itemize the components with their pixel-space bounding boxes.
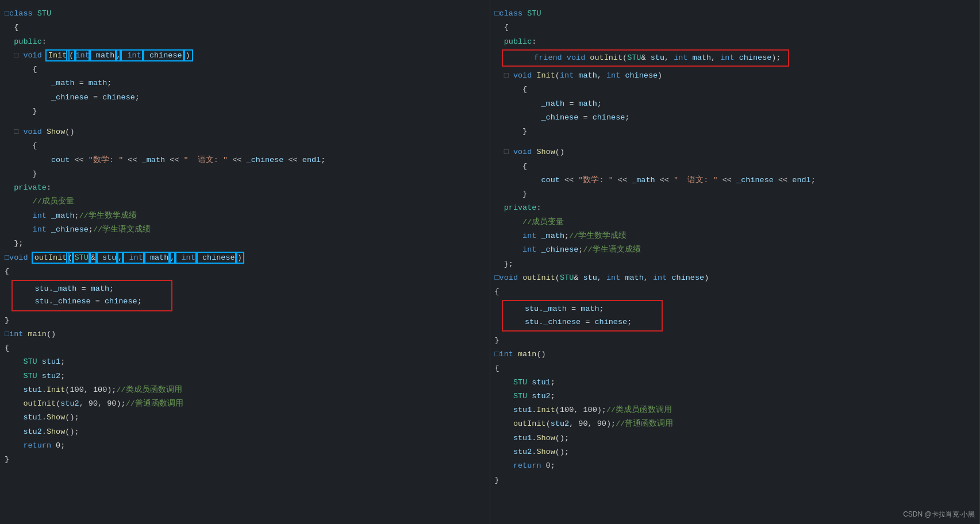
line-29: stu1.Show();: [0, 411, 490, 425]
left-code-area: □class STU { public: □ void Init(int mat…: [0, 5, 490, 469]
left-panel: □class STU { public: □ void Init(int mat…: [0, 0, 490, 524]
line-11: cout << "数学: " << _math << " 语文: " << _c…: [0, 153, 490, 167]
line-23: □int main(): [0, 328, 490, 341]
line-20: stu._math = math;: [16, 283, 168, 295]
line-15: int _math;//学生数学成绩: [0, 209, 490, 223]
line-4: □ void Init(int math, int chinese): [0, 49, 490, 63]
line-3: public:: [0, 35, 490, 49]
r-line-27: STU stu2;: [490, 390, 980, 403]
r-line-18: };: [490, 257, 980, 271]
r-line-26: STU stu1;: [490, 376, 980, 390]
r-line-13: }: [490, 187, 980, 201]
watermark-text: CSDN @卡拉肖克·小黑: [903, 510, 975, 519]
r-line-4: friend void outInit(STU& stu, int math, …: [506, 52, 785, 64]
line-28: outInit(stu2, 90, 90);//普通函数调用: [0, 397, 490, 411]
red-box-right-bottom: stu._math = math; stu._chinese = chinese…: [502, 300, 663, 332]
line-12: }: [0, 167, 490, 181]
line-6: _math = math;: [0, 76, 490, 90]
line-13: private:: [0, 181, 490, 195]
line-27: stu1.Init(100, 100);//类成员函数调用: [0, 383, 490, 397]
r-line-33: }: [490, 473, 980, 487]
line-26: STU stu2;: [0, 369, 490, 383]
line-5: {: [0, 63, 490, 76]
line-9: □ void Show(): [0, 125, 490, 139]
r-line-11: {: [490, 160, 980, 174]
line-21: stu._chinese = chinese;: [16, 295, 168, 308]
r-line-14: private:: [490, 201, 980, 215]
red-box-right-top: friend void outInit(STU& stu, int math, …: [502, 49, 789, 67]
r-line-3: public:: [490, 35, 980, 49]
r-line-32: return 0;: [490, 459, 980, 473]
right-code-area: □class STU { public: friend void outInit…: [490, 5, 980, 490]
r-line-16: int _math;//学生数学成绩: [490, 229, 980, 243]
line-25: STU stu1;: [0, 355, 490, 369]
r-line-20: {: [490, 285, 980, 299]
line-30: stu2.Show();: [0, 425, 490, 439]
r-line-6: {: [490, 83, 980, 97]
line-22: }: [0, 314, 490, 328]
r-line-23: }: [490, 334, 980, 348]
right-panel: □class STU { public: friend void outInit…: [490, 0, 981, 524]
line-17: };: [0, 237, 490, 251]
line-24: {: [0, 341, 490, 355]
line-8: }: [0, 105, 490, 118]
line-2: {: [0, 21, 490, 34]
r-line-2: {: [490, 21, 980, 34]
line-32: }: [0, 453, 490, 467]
r-line-21: stu._math = math;: [506, 303, 658, 315]
line-31: return 0;: [0, 439, 490, 453]
r-line-7: _math = math;: [490, 97, 980, 111]
line-7: _chinese = chinese;: [0, 91, 490, 105]
line-14: //成员变量: [0, 195, 490, 209]
line-16: int _chinese;//学生语文成绩: [0, 223, 490, 237]
r-line-25: {: [490, 361, 980, 375]
line-19: {: [0, 265, 490, 279]
r-line-8: _chinese = chinese;: [490, 111, 980, 125]
r-line-5: □ void Init(int math, int chinese): [490, 69, 980, 83]
r-line-1: □class STU: [490, 7, 980, 21]
r-line-24: □int main(): [490, 348, 980, 361]
r-line-31: stu2.Show();: [490, 445, 980, 459]
line-1: □class STU: [0, 7, 490, 21]
line-18: □void outInit(STU& stu, int math, int ch…: [0, 251, 490, 265]
red-box-left: stu._math = math; stu._chinese = chinese…: [11, 280, 172, 311]
line-10: {: [0, 139, 490, 153]
r-line-12: cout << "数学: " << _math << " 语文: " << _c…: [490, 174, 980, 187]
r-line-28: stu1.Init(100, 100);//类成员函数调用: [490, 403, 980, 417]
r-line-29: outInit(stu2, 90, 90);//普通函数调用: [490, 417, 980, 431]
r-line-17: int _chinese;//学生语文成绩: [490, 243, 980, 257]
r-line-10: □ void Show(): [490, 145, 980, 159]
r-line-9: }: [490, 125, 980, 138]
r-line-19: □void outInit(STU& stu, int math, int ch…: [490, 271, 980, 285]
r-line-15: //成员变量: [490, 215, 980, 229]
r-line-22: stu._chinese = chinese;: [506, 316, 658, 329]
r-line-30: stu1.Show();: [490, 431, 980, 445]
